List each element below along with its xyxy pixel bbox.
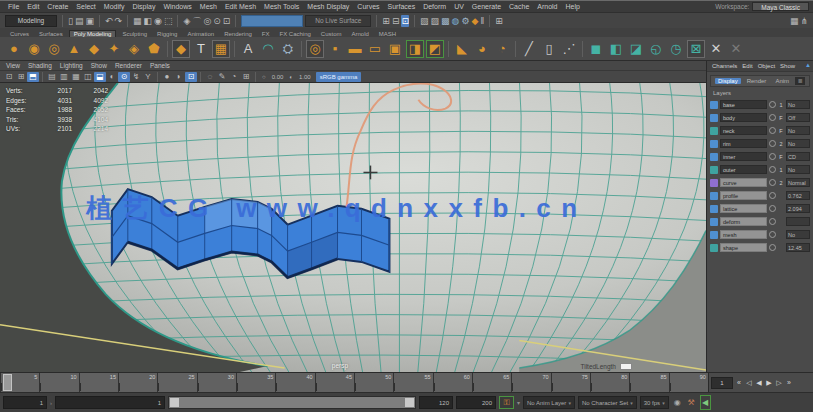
time-slider-tick[interactable]: 15: [79, 373, 118, 392]
toolbar-icon[interactable]: ▧: [420, 15, 429, 27]
toolbar-icon[interactable]: ◆: [471, 15, 478, 27]
layer-row[interactable]: body F Off: [710, 111, 810, 124]
animation-start-field[interactable]: 1: [3, 396, 47, 409]
panel-menu-item[interactable]: Renderer: [115, 62, 142, 69]
layer-name-field[interactable]: neck: [720, 126, 767, 135]
toolbar-icon[interactable]: ▦: [790, 15, 799, 27]
panel-menu-item[interactable]: Shading: [28, 62, 52, 69]
toolbar-icon[interactable]: [200, 72, 201, 82]
toolbar-icon[interactable]: ⊙: [118, 72, 130, 82]
layer-value-field[interactable]: No: [786, 139, 810, 148]
menu-item[interactable]: Generate: [468, 3, 505, 10]
step-back-button[interactable]: ◁: [744, 377, 754, 389]
layer-value-field[interactable]: CD: [786, 152, 810, 161]
toolbar-icon[interactable]: [505, 15, 788, 27]
menu-item[interactable]: Mesh Display: [303, 3, 353, 10]
exposure-value[interactable]: 0.00: [272, 74, 284, 80]
toolbar-icon[interactable]: [241, 15, 303, 27]
toolbar-icon[interactable]: ‖: [480, 15, 484, 27]
toolbar-icon[interactable]: ✕: [727, 40, 745, 58]
channel-box-menu-item[interactable]: Object: [758, 63, 775, 69]
inview-editor-value-box[interactable]: [620, 363, 632, 370]
time-slider-tick[interactable]: 25: [157, 373, 196, 392]
layer-value-field[interactable]: Normal: [786, 178, 810, 187]
toolbar-icon[interactable]: ▣: [85, 15, 94, 27]
animation-end-field[interactable]: 200: [456, 396, 496, 409]
go-to-start-button[interactable]: «: [734, 377, 744, 389]
range-handle-right[interactable]: [405, 398, 414, 407]
toolbar-icon[interactable]: ⊟: [392, 15, 400, 27]
panel-menu-item[interactable]: View: [6, 62, 20, 69]
panel-menu-item[interactable]: Show: [91, 62, 107, 69]
toolbar-icon[interactable]: ◧: [144, 15, 153, 27]
anim-layer-selector[interactable]: No Anim Layer▾: [523, 396, 575, 409]
step-forward-button[interactable]: ▷: [774, 377, 784, 389]
time-slider-tick[interactable]: 50: [354, 373, 393, 392]
layer-toggle-icon[interactable]: [769, 231, 776, 238]
layer-value-field[interactable]: [786, 217, 810, 226]
menu-item[interactable]: Curves: [353, 3, 383, 10]
layer-toggle-icon[interactable]: [769, 153, 776, 160]
toolbar-icon[interactable]: ⊡: [401, 15, 409, 27]
toolbar-icon[interactable]: A: [239, 40, 257, 58]
toolbar-icon[interactable]: [489, 15, 490, 27]
time-slider-tick[interactable]: 70: [511, 373, 550, 392]
toolbar-icon[interactable]: ⋔: [800, 15, 808, 27]
time-slider-tick[interactable]: 35: [236, 373, 275, 392]
toolbar-icon[interactable]: ◠: [259, 40, 277, 58]
time-slider-tick[interactable]: 45: [315, 373, 354, 392]
toolbar-icon[interactable]: T: [192, 40, 210, 58]
toolbar-icon[interactable]: ◷: [667, 40, 685, 58]
toolbar-icon[interactable]: ◎: [306, 40, 324, 58]
menu-item[interactable]: Cache: [505, 3, 533, 10]
panel-collapse-icon[interactable]: ▲: [805, 62, 811, 68]
toolbar-icon[interactable]: [99, 15, 100, 27]
channel-box-menu-item[interactable]: Edit: [742, 63, 752, 69]
toolbar-icon[interactable]: [255, 72, 256, 82]
menu-item[interactable]: Edit: [23, 3, 43, 10]
menu-item[interactable]: File: [4, 3, 23, 10]
toolbar-icon[interactable]: ⊡: [185, 72, 197, 82]
toolbar-icon[interactable]: [448, 41, 449, 57]
menu-item[interactable]: Display: [128, 3, 159, 10]
toolbar-icon[interactable]: ╱: [520, 40, 538, 58]
toolbar-icon[interactable]: ◔: [228, 72, 240, 82]
toolbar-icon[interactable]: ⊞: [495, 15, 503, 27]
layer-value-field[interactable]: 2.094: [786, 204, 810, 213]
go-to-end-button[interactable]: »: [784, 377, 794, 389]
toolbar-icon[interactable]: ⋰: [560, 40, 578, 58]
toolbar-icon[interactable]: [62, 15, 63, 27]
auto-keyframe-toggle[interactable]: ⚿: [499, 396, 514, 409]
toolbar-icon[interactable]: ◔: [493, 40, 511, 58]
toolbar-icon[interactable]: ⬟: [145, 40, 163, 58]
exposure-icon[interactable]: ○: [262, 74, 266, 80]
toolbar-icon[interactable]: ▤: [75, 15, 84, 27]
toolbar-icon[interactable]: ◨: [406, 40, 424, 58]
toolbar-icon[interactable]: ⊡: [223, 15, 231, 27]
viewport-canvas[interactable]: Verts:20172042 Edges:40314092 Faces:1988…: [0, 83, 706, 372]
toolbar-icon[interactable]: [127, 15, 128, 27]
layer-editor-tab[interactable]: Display: [715, 78, 741, 84]
toolbar-icon[interactable]: ●: [161, 72, 173, 82]
layer-toggle-icon[interactable]: [769, 192, 776, 199]
time-slider-tick[interactable]: 55: [393, 373, 432, 392]
layer-name-field[interactable]: body: [720, 113, 767, 122]
toolbar-icon[interactable]: ↶: [105, 15, 113, 27]
play-forwards-button[interactable]: ▶: [764, 377, 774, 389]
layer-toggle-icon[interactable]: [769, 166, 776, 173]
layer-name-field[interactable]: lattice: [720, 204, 767, 213]
toolbar-icon[interactable]: ✦: [105, 40, 123, 58]
toolbar-icon[interactable]: [414, 15, 415, 27]
toolbar-icon[interactable]: ⊞: [240, 72, 252, 82]
layer-row[interactable]: curve 2 Normal: [710, 176, 810, 189]
toolbar-icon[interactable]: ↷: [115, 15, 123, 27]
toolbar-icon[interactable]: ◆: [172, 40, 190, 58]
toolbar-icon[interactable]: ⬚: [164, 15, 173, 27]
toolbar-icon[interactable]: ◉: [154, 15, 162, 27]
menu-item[interactable]: Modify: [100, 3, 129, 10]
layer-toggle-icon[interactable]: [769, 179, 776, 186]
toolbar-icon[interactable]: ⛭: [279, 40, 297, 58]
toolbar-icon[interactable]: ⬓: [94, 72, 106, 82]
toolbar-icon[interactable]: ▤: [46, 72, 58, 82]
toolbar-icon[interactable]: ⊞: [15, 72, 27, 82]
